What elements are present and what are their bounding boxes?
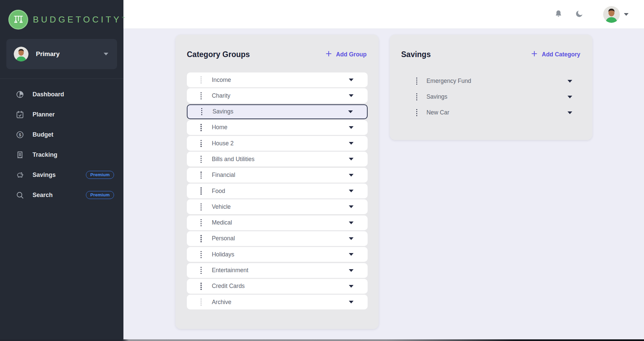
savings-category-row[interactable]: Emergency Fund <box>405 73 576 89</box>
chevron-down-icon[interactable] <box>349 190 354 192</box>
drag-handle-icon[interactable] <box>200 75 203 85</box>
notifications-button[interactable] <box>553 9 564 19</box>
chevron-down-icon[interactable] <box>349 222 354 224</box>
category-group-row[interactable]: Entertainment <box>187 263 368 278</box>
drag-handle-icon[interactable] <box>200 234 203 243</box>
sidebar-item-search[interactable]: SearchPremium <box>0 185 123 205</box>
chevron-down-icon[interactable] <box>349 269 354 272</box>
drag-handle-icon[interactable] <box>200 297 203 307</box>
piggy-bank-icon <box>15 170 24 180</box>
sidebar-item-label: Planner <box>33 111 114 118</box>
chevron-down-icon[interactable] <box>349 301 354 303</box>
drag-handle-icon[interactable] <box>415 76 418 86</box>
category-groups-card: Category Groups Add Group IncomeCharityS… <box>175 35 379 329</box>
drag-handle-icon[interactable] <box>200 91 203 101</box>
drag-handle-icon[interactable] <box>200 186 203 196</box>
profile-selector[interactable]: Primary <box>6 39 117 69</box>
row-label: Food <box>212 188 349 195</box>
chevron-down-icon[interactable] <box>349 94 354 97</box>
add-group-label: Add Group <box>336 51 367 58</box>
row-label: Emergency Fund <box>426 78 568 85</box>
chevron-down-icon[interactable] <box>349 285 354 288</box>
add-category-label: Add Category <box>542 51 580 58</box>
premium-badge: Premium <box>86 171 114 179</box>
drag-handle-icon[interactable] <box>200 250 203 259</box>
horizontal-scrollbar[interactable] <box>0 339 644 341</box>
category-group-row[interactable]: Personal <box>187 231 368 246</box>
chevron-down-icon[interactable] <box>568 96 572 98</box>
savings-header: Savings Add Category <box>390 35 592 59</box>
chevron-down-icon[interactable] <box>349 158 354 160</box>
chevron-down-icon[interactable] <box>349 126 354 129</box>
sidebar-item-budget[interactable]: $Budget <box>0 125 123 145</box>
chevron-down-icon[interactable] <box>349 174 354 177</box>
plus-icon <box>531 50 538 59</box>
row-label: Charity <box>212 92 349 99</box>
savings-card: Savings Add Category Emergency FundSavin… <box>390 35 592 140</box>
sidebar-item-dashboard[interactable]: Dashboard <box>0 84 123 104</box>
category-group-row[interactable]: Vehicle <box>187 199 368 214</box>
drag-handle-icon[interactable] <box>200 170 203 180</box>
sidebar-item-label: Savings <box>33 172 86 179</box>
row-label: Income <box>212 77 349 84</box>
user-menu[interactable] <box>603 6 629 23</box>
drag-handle-icon[interactable] <box>415 108 418 117</box>
category-group-row[interactable]: Archive <box>187 295 368 309</box>
row-label: New Car <box>426 109 568 116</box>
category-group-row[interactable]: House 2 <box>187 136 368 151</box>
drag-handle-icon[interactable] <box>200 265 203 275</box>
category-group-row[interactable]: Charity <box>187 88 368 103</box>
row-label: Savings <box>212 108 348 115</box>
drag-handle-icon[interactable] <box>200 281 203 291</box>
chevron-down-icon[interactable] <box>568 111 572 114</box>
planner-icon <box>15 110 24 119</box>
chevron-down-icon[interactable] <box>349 253 354 256</box>
drag-handle-icon[interactable] <box>200 107 203 116</box>
category-group-row[interactable]: Bills and Utilities <box>187 152 368 166</box>
dashboard-icon <box>15 90 24 99</box>
add-group-button[interactable]: Add Group <box>325 50 367 59</box>
tracking-icon <box>15 150 24 159</box>
category-group-row[interactable]: Income <box>187 72 368 87</box>
drag-handle-icon[interactable] <box>200 139 203 148</box>
category-groups-header: Category Groups Add Group <box>175 35 379 59</box>
sidebar-item-planner[interactable]: Planner <box>0 104 123 125</box>
row-label: Entertainment <box>212 267 349 274</box>
card-title: Category Groups <box>187 50 250 59</box>
category-group-row[interactable]: Holidays <box>187 247 368 262</box>
category-group-row[interactable]: Food <box>187 184 368 198</box>
savings-category-row[interactable]: Savings <box>405 89 576 105</box>
drag-handle-icon[interactable] <box>415 92 418 102</box>
brand-name: BUDGETOCITY™ <box>33 14 125 25</box>
chevron-down-icon[interactable] <box>349 237 354 240</box>
sidebar-item-savings[interactable]: SavingsPremium <box>0 165 123 185</box>
chevron-down-icon[interactable] <box>568 80 572 83</box>
chevron-down-icon[interactable] <box>349 79 354 81</box>
plus-icon <box>325 50 332 59</box>
drag-handle-icon[interactable] <box>200 154 203 164</box>
drag-handle-icon[interactable] <box>200 218 203 228</box>
category-group-row-selected[interactable]: Savings <box>187 104 368 119</box>
category-group-row[interactable]: Credit Cards <box>187 279 368 294</box>
dark-mode-moon-icon <box>575 9 584 19</box>
category-group-row[interactable]: Home <box>187 120 368 135</box>
chevron-down-icon[interactable] <box>349 205 354 208</box>
category-group-row[interactable]: Medical <box>187 215 368 230</box>
theme-toggle-button[interactable] <box>574 9 584 19</box>
sidebar-nav: DashboardPlanner$BudgetTrackingSavingsPr… <box>0 79 123 205</box>
sidebar-item-label: Search <box>33 192 86 199</box>
add-category-button[interactable]: Add Category <box>531 50 580 59</box>
row-label: Bills and Utilities <box>212 156 349 163</box>
chevron-down-icon[interactable] <box>349 142 354 145</box>
drag-handle-icon[interactable] <box>200 202 203 212</box>
row-label: Home <box>212 124 349 131</box>
chevron-down-icon[interactable] <box>348 110 353 113</box>
sidebar-item-label: Dashboard <box>33 91 114 98</box>
profile-name: Primary <box>36 50 104 58</box>
category-group-row[interactable]: Financial <box>187 168 368 183</box>
row-label: Savings <box>426 93 568 100</box>
sidebar-item-tracking[interactable]: Tracking <box>0 145 123 165</box>
trademark-symbol: ™ <box>121 16 125 20</box>
drag-handle-icon[interactable] <box>200 123 203 132</box>
savings-category-row[interactable]: New Car <box>405 105 576 120</box>
